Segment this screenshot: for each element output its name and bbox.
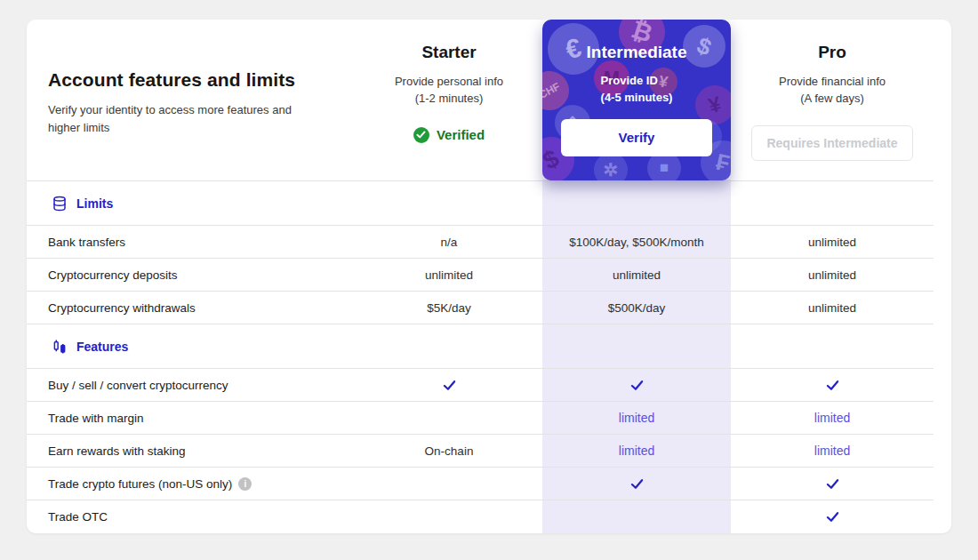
features-limits-table: LimitsBank transfersn/a$100K/day, $500K/… xyxy=(27,180,934,532)
table-row: Trade with marginlimitedlimited xyxy=(27,401,934,434)
empty-cell xyxy=(356,324,542,368)
verify-button[interactable]: Verify xyxy=(561,119,712,156)
empty-cell xyxy=(731,324,934,368)
section-header-row: Features xyxy=(27,324,934,368)
check-icon xyxy=(542,369,731,401)
pro-tier-name: Pro xyxy=(818,43,846,62)
table-row: Trade OTC xyxy=(27,500,934,532)
pro-column-header: Pro Provide financial info (A few days) … xyxy=(731,20,934,180)
table-row: Trade crypto futures (non-US only)i xyxy=(27,467,934,500)
cell-value: unlimited xyxy=(731,292,934,324)
section-label: Features xyxy=(27,324,356,368)
account-features-panel: Account features and limits Verify your … xyxy=(27,20,951,533)
limited-value: limited xyxy=(542,435,731,467)
requires-intermediate-button[interactable]: Requires Intermediate xyxy=(751,125,912,161)
table-row: Bank transfersn/a$100K/day, $500K/monthu… xyxy=(27,225,934,258)
intermediate-tier-desc: Provide ID (4-5 minutes) xyxy=(601,73,673,107)
cell-value: unlimited xyxy=(542,259,731,291)
check-icon xyxy=(731,369,934,401)
limited-value: limited xyxy=(731,402,934,434)
cell-value: unlimited xyxy=(731,259,934,291)
check-icon xyxy=(356,369,542,401)
intermediate-card: €₿$CHFM¥¥◇₺$₣✲■ Intermediate Provide ID … xyxy=(542,20,731,180)
cell-value: $100K/day, $500K/month xyxy=(542,226,731,258)
cell-value: unlimited xyxy=(356,259,542,291)
cell-value: $5K/day xyxy=(356,292,542,324)
starter-column-header: Starter Provide personal info (1-2 minut… xyxy=(356,20,542,180)
verified-label: Verified xyxy=(437,127,485,142)
empty-cell xyxy=(356,402,542,434)
empty-cell xyxy=(356,181,542,225)
intro-block: Account features and limits Verify your … xyxy=(27,20,356,180)
row-label: Trade with margin xyxy=(27,402,356,434)
starter-verified-status: Verified xyxy=(413,127,485,143)
cell-value: unlimited xyxy=(731,226,934,258)
row-label: Cryptocurrency withdrawals xyxy=(27,292,356,324)
empty-cell xyxy=(356,468,542,500)
table-row: Cryptocurrency depositsunlimitedunlimite… xyxy=(27,258,934,291)
empty-cell xyxy=(356,500,542,532)
cell-value: $500K/day xyxy=(542,292,731,324)
empty-cell xyxy=(542,181,731,225)
pro-tier-desc: Provide financial info (A few days) xyxy=(779,74,886,108)
starter-tier-name: Starter xyxy=(421,43,476,62)
row-label: Earn rewards with staking xyxy=(27,435,356,467)
plans-header: Account features and limits Verify your … xyxy=(27,20,951,180)
database-icon xyxy=(52,196,68,212)
empty-cell xyxy=(542,500,731,532)
cell-value: On-chain xyxy=(356,435,542,467)
starter-tier-desc: Provide personal info (1-2 minutes) xyxy=(395,74,503,108)
check-icon xyxy=(731,500,934,532)
section-header-row: Limits xyxy=(27,180,934,225)
row-label: Bank transfers xyxy=(27,226,356,258)
candlestick-icon xyxy=(52,339,68,355)
row-label: Trade crypto futures (non-US only)i xyxy=(27,468,356,500)
intermediate-tier-name: Intermediate xyxy=(587,43,687,62)
limited-value: limited xyxy=(731,435,934,467)
page-subtitle: Verify your identity to access more feat… xyxy=(48,101,315,136)
empty-cell xyxy=(542,324,731,368)
cell-value: n/a xyxy=(356,226,542,258)
section-label: Limits xyxy=(27,181,356,225)
page-title: Account features and limits xyxy=(48,69,356,91)
empty-cell xyxy=(731,181,934,225)
verified-check-icon xyxy=(413,127,429,143)
info-icon[interactable]: i xyxy=(238,477,252,491)
table-row: Buy / sell / convert cryptocurrency xyxy=(27,368,934,401)
check-icon xyxy=(542,468,731,500)
row-label: Buy / sell / convert cryptocurrency xyxy=(27,369,356,401)
table-row: Cryptocurrency withdrawals$5K/day$500K/d… xyxy=(27,291,934,324)
row-label: Trade OTC xyxy=(27,500,356,532)
limited-value: limited xyxy=(542,402,731,434)
row-label: Cryptocurrency deposits xyxy=(27,259,356,291)
table-row: Earn rewards with stakingOn-chainlimited… xyxy=(27,434,934,467)
cardano-coin: ✲ xyxy=(594,153,628,180)
check-icon xyxy=(731,468,934,500)
